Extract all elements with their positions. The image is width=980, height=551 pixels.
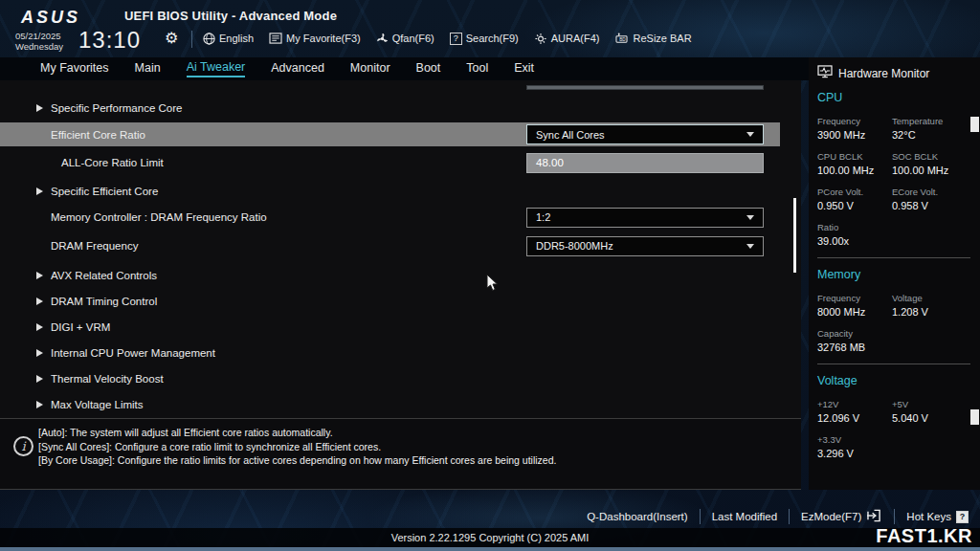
bottom-edge-strip — [0, 547, 980, 551]
my-favorite-label: My Favorite(F3) — [286, 33, 361, 44]
tab-monitor[interactable]: Monitor — [350, 61, 390, 77]
hw-label: +12V — [817, 399, 892, 409]
tab-exit[interactable]: Exit — [514, 61, 534, 77]
setting-row-mc-dram-ratio[interactable]: Memory Controller : DRAM Frequency Ratio… — [0, 206, 780, 229]
submenu-row-specific-performance-core[interactable]: Specific Performance Core — [0, 97, 780, 120]
tab-advanced[interactable]: Advanced — [271, 61, 324, 77]
last-modified-button[interactable]: Last Modified — [712, 511, 777, 522]
tab-boot[interactable]: Boot — [416, 61, 441, 77]
hw-label: +5V — [892, 399, 972, 409]
question-box-icon: ? — [956, 511, 969, 523]
hw-divider — [817, 364, 970, 364]
language-button[interactable]: English — [203, 33, 254, 45]
scrolled-control-remnant — [526, 85, 764, 90]
setting-row-dram-frequency[interactable]: DRAM Frequency DDR5-8000MHz — [0, 234, 780, 257]
aura-light-icon — [534, 33, 547, 45]
chevron-down-icon — [746, 132, 754, 137]
mouse-cursor — [486, 274, 499, 296]
help-panel: i [Auto]: The system will adjust all Eff… — [0, 418, 801, 490]
resize-bar-label: ReSize BAR — [633, 33, 691, 44]
efficient-core-ratio-select[interactable]: Sync All Cores — [526, 124, 764, 144]
hw-value: 0.958 V — [892, 200, 972, 211]
footer-divider — [894, 509, 895, 524]
submenu-row-max-voltage-limits[interactable]: Max Voltage Limits — [0, 393, 780, 416]
hw-label: Frequency — [817, 293, 892, 303]
hw-voltage-grid: +12V12.096 V +5V5.040 V +3.3V3.296 V — [817, 399, 980, 470]
qfan-button[interactable]: Qfan(F6) — [376, 33, 434, 45]
hwmon-scrollbar-thumb[interactable] — [970, 409, 979, 425]
submenu-arrow-icon — [36, 298, 43, 305]
hw-value: 1.208 V — [892, 306, 972, 318]
setting-row-efficient-core-ratio[interactable]: Efficient Core Ratio Sync All Cores — [0, 122, 780, 146]
hot-keys-button[interactable]: Hot Keys ? — [906, 511, 969, 523]
submenu-row-avx-related-controls[interactable]: AVX Related Controls — [0, 264, 780, 287]
header-divider — [191, 31, 192, 48]
help-line: [By Core Usage]: Configure the ratio lim… — [38, 453, 556, 468]
aura-label: AURA(F4) — [551, 33, 600, 44]
hw-section-cpu: CPU — [817, 91, 980, 104]
help-text: [Auto]: The system will adjust all Effic… — [38, 426, 556, 468]
hw-value: 5.040 V — [892, 412, 972, 424]
hw-label: Temperature — [892, 116, 972, 126]
submenu-row-dram-timing-control[interactable]: DRAM Timing Control — [0, 290, 780, 313]
submenu-row-digi-vrm[interactable]: DIGI + VRM — [0, 316, 780, 339]
monitor-pulse-icon — [817, 65, 833, 81]
hw-label: PCore Volt. — [817, 187, 892, 197]
submenu-row-specific-efficient-core[interactable]: Specific Efficient Core — [0, 180, 780, 203]
hw-label: Voltage — [892, 293, 972, 303]
mc-dram-ratio-select[interactable]: 1:2 — [526, 208, 764, 228]
date-value: 05/21/2025 — [15, 31, 63, 41]
hw-value: 32768 MB — [817, 342, 892, 353]
tab-main[interactable]: Main — [135, 61, 161, 77]
tab-my-favorites[interactable]: My Favorites — [40, 61, 109, 77]
language-label: English — [219, 33, 254, 44]
help-line: [Auto]: The system will adjust all Effic… — [38, 426, 556, 440]
hw-value: 3900 MHz — [817, 129, 892, 141]
all-core-ratio-limit-input[interactable]: 48.00 — [526, 153, 764, 173]
clock: 13:10 — [78, 27, 141, 54]
bios-version-text: Version 2.22.1295 Copyright (C) 2025 AMI — [391, 532, 590, 543]
favorites-list-icon — [269, 33, 282, 44]
fan-icon — [376, 33, 389, 45]
chevron-down-icon — [746, 244, 754, 249]
resize-bar-button[interactable]: BD ReSize BAR — [614, 33, 691, 44]
submenu-arrow-icon — [36, 272, 43, 279]
main-scrollbar[interactable] — [793, 198, 796, 273]
header-toolbar: English My Favorite(F3) Qfan(F6) ? Searc… — [203, 29, 692, 48]
hw-label: CPU BCLK — [817, 151, 892, 162]
hardware-monitor-panel: Hardware Monitor CPU Frequency3900 MHz T… — [809, 57, 980, 490]
setting-row-all-core-ratio-limit[interactable]: ALL-Core Ratio Limit 48.00 — [0, 151, 780, 174]
footer-divider — [700, 509, 701, 524]
dram-frequency-select[interactable]: DDR5-8000MHz — [526, 236, 764, 256]
submenu-arrow-icon — [36, 349, 43, 357]
hw-cpu-grid: Frequency3900 MHz Temperature32°C CPU BC… — [817, 116, 980, 257]
hw-value: 100.00 MHz — [817, 165, 892, 176]
hw-section-memory: Memory — [817, 268, 980, 281]
weekday-value: Wednesday — [15, 41, 63, 52]
search-button[interactable]: ? Search(F9) — [450, 33, 519, 45]
my-favorite-button[interactable]: My Favorite(F3) — [269, 33, 361, 44]
date-display: 05/21/2025 Wednesday — [15, 31, 63, 52]
hw-label: ECore Volt. — [892, 187, 972, 197]
ezmode-button[interactable]: EzMode(F7) — [801, 509, 882, 524]
submenu-row-thermal-velocity-boost[interactable]: Thermal Velocity Boost — [0, 367, 780, 390]
q-dashboard-button[interactable]: Q-Dashboard(Insert) — [587, 511, 687, 522]
hw-divider — [817, 257, 970, 258]
menu-tabbar: My Favorites Main Ai Tweaker Advanced Mo… — [0, 57, 809, 80]
footer-divider — [789, 509, 790, 524]
hw-value: 8000 MHz — [817, 306, 892, 318]
tab-tool[interactable]: Tool — [466, 61, 488, 77]
hw-memory-grid: Frequency8000 MHz Voltage1.208 V Capacit… — [817, 293, 980, 364]
hwmon-scrollbar-thumb[interactable] — [970, 117, 979, 132]
version-bar: Version 2.22.1295 Copyright (C) 2025 AMI — [0, 528, 980, 547]
bios-screen: ASUS UEFI BIOS Utility - Advanced Mode 0… — [0, 0, 980, 551]
page-title: UEFI BIOS Utility - Advanced Mode — [124, 9, 337, 23]
submenu-arrow-icon — [36, 375, 43, 383]
aura-button[interactable]: AURA(F4) — [534, 33, 600, 45]
question-box-icon: ? — [450, 33, 462, 45]
hw-label: SOC BCLK — [892, 151, 972, 162]
settings-gear-icon[interactable] — [165, 29, 178, 47]
submenu-row-internal-cpu-power[interactable]: Internal CPU Power Management — [0, 342, 780, 364]
tab-ai-tweaker[interactable]: Ai Tweaker — [187, 60, 246, 77]
hw-value: 39.00x — [817, 235, 892, 247]
